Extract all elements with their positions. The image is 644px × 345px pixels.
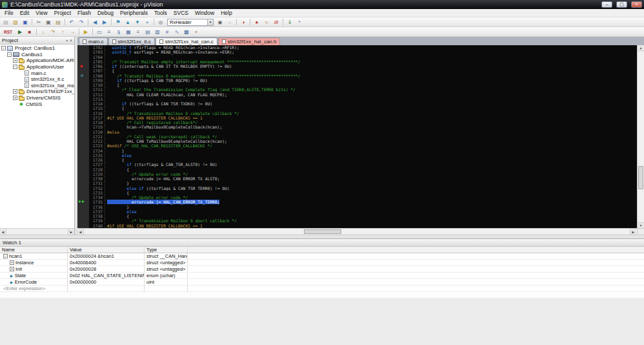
tab-stm32f1xx_hal_can.c[interactable]: stm32f1xx_hal_can.c: [156, 37, 217, 45]
code-text[interactable]: __HAL_CAN_CLEAR_FLAG(hcan, CAN_FLAG_RQCP…: [105, 92, 637, 97]
code-text[interactable]: }: [105, 205, 637, 209]
pin-icon[interactable]: ▪: [66, 38, 67, 43]
new-file-icon[interactable]: ▤: [1, 18, 10, 26]
code-text[interactable]: uint32_t rf1rflags = READ_REG(hcan->Inst…: [105, 45, 637, 50]
logic-analyzer-icon[interactable]: ∿: [172, 28, 181, 36]
watch-name-cell[interactable]: +Init: [0, 266, 68, 272]
gutter-margin[interactable]: [77, 143, 89, 148]
code-text[interactable]: {: [105, 106, 637, 110]
gutter-margin[interactable]: [77, 87, 89, 92]
menu-item-peripherals[interactable]: Peripherals: [117, 10, 151, 16]
code-text[interactable]: /* Call registered callback*/: [105, 120, 637, 125]
menu-item-svcs[interactable]: SVCS: [170, 10, 192, 16]
code-text[interactable]: {: [105, 191, 637, 195]
code-text[interactable]: hcan->TxMailbox0CompleteCallback(hcan);: [105, 125, 637, 129]
undo-icon[interactable]: ↶: [67, 18, 76, 26]
gutter-margin[interactable]: [77, 149, 89, 153]
code-text[interactable]: /* Transmission Mailbox 0 abort callback…: [105, 218, 637, 223]
code-text[interactable]: uint32_t esrflags = READ_REG(hcan->Insta…: [105, 50, 637, 54]
gutter-margin[interactable]: [77, 97, 89, 101]
gutter-margin[interactable]: [77, 186, 89, 191]
code-text[interactable]: #endif /* USE_HAL_CAN_REGISTER_CALLBACKS…: [105, 143, 637, 148]
expand-icon[interactable]: +: [13, 58, 17, 63]
copy-icon[interactable]: ▣: [44, 18, 53, 26]
gutter-margin[interactable]: [77, 224, 89, 228]
code-text[interactable]: /* Transmission Mailbox 0 complete callb…: [105, 111, 637, 116]
reset-button[interactable]: RST: [1, 28, 15, 36]
paste-icon[interactable]: ▤: [54, 18, 63, 26]
gutter-margin[interactable]: [77, 205, 89, 209]
tree-item[interactable]: −CanBus1: [0, 52, 74, 58]
gutter-margin[interactable]: [77, 134, 89, 139]
code-text[interactable]: if ((tsrflags & CAN_TSR_ALST0) != 0U): [105, 162, 637, 167]
gutter-margin[interactable]: [77, 214, 89, 218]
collapse-icon[interactable]: −: [13, 65, 17, 69]
code-text[interactable]: {: [105, 167, 637, 172]
menu-item-tools[interactable]: Tools: [151, 10, 170, 16]
cut-icon[interactable]: ✂: [34, 18, 43, 26]
code-text[interactable]: /* Update error code */: [105, 195, 637, 200]
tree-item[interactable]: ◆CMSIS: [0, 101, 74, 107]
previous-bookmark-icon[interactable]: ▲: [123, 18, 132, 26]
run-to-cursor-button[interactable]: →: [68, 28, 77, 36]
maximize-button[interactable]: ▢: [616, 1, 627, 8]
system-viewer-icon[interactable]: ▩: [182, 28, 191, 36]
watch-value-cell[interactable]: 0x02 HAL_CAN_STATE_LISTENING: [68, 273, 145, 278]
start-stop-debug-icon[interactable]: ◑: [239, 18, 248, 26]
watch-window-icon[interactable]: ▤: [143, 28, 152, 36]
incremental-find-icon[interactable]: ◌: [225, 18, 234, 26]
breakpoint-icon[interactable]: [80, 65, 83, 68]
call-stack-window-icon[interactable]: ≡: [134, 28, 143, 36]
scroll-down-icon[interactable]: ▼: [638, 222, 644, 228]
menu-item-file[interactable]: File: [1, 10, 17, 16]
gutter-margin[interactable]: [77, 158, 89, 162]
collapse-icon[interactable]: −: [3, 254, 8, 258]
code-text[interactable]: errorcode |= HAL_CAN_ERROR_TX_ALST0;: [105, 176, 637, 181]
gutter-margin[interactable]: [77, 167, 89, 172]
gutter-margin[interactable]: [77, 218, 89, 223]
code-text[interactable]: /* Clear the Transmission Complete flag …: [105, 87, 637, 92]
tree-item[interactable]: +Drivers/CMSIS: [0, 95, 74, 101]
kill-all-breakpoints-icon[interactable]: Ø: [272, 18, 281, 26]
gutter-margin[interactable]: [77, 125, 89, 129]
watch-row[interactable]: −hcan10x20000024 &hcan1struct __CAN_Hand…: [0, 253, 644, 260]
gutter-margin[interactable]: [77, 172, 89, 176]
collapse-icon[interactable]: −: [7, 52, 12, 57]
stop-button[interactable]: ■: [25, 28, 34, 36]
watch-column-header-value[interactable]: Value: [68, 247, 145, 253]
project-tree-hscrollbar[interactable]: ◀ ▶: [0, 228, 74, 235]
menu-item-window[interactable]: Window: [192, 10, 217, 16]
gutter-margin[interactable]: [77, 64, 89, 68]
target-options-icon[interactable]: *: [295, 18, 304, 26]
watch-row[interactable]: ◆State0x02 HAL_CAN_STATE_LISTENINGenum (…: [0, 273, 644, 279]
close-button[interactable]: ×: [631, 1, 642, 8]
tree-item[interactable]: stm32f1xx_hal_msp.c: [0, 83, 74, 89]
gutter-margin[interactable]: [77, 83, 89, 87]
gutter-margin[interactable]: [77, 74, 89, 78]
tree-item[interactable]: +Drivers/STM32F1xx_HAL_Driver: [0, 89, 74, 95]
tree-item[interactable]: −Application/User: [0, 64, 74, 70]
navigate-forward-icon[interactable]: ▶: [100, 18, 109, 26]
tree-item[interactable]: −Project: CanBus1: [0, 45, 74, 52]
code-text[interactable]: #else: [105, 130, 637, 134]
expand-icon[interactable]: +: [13, 89, 17, 94]
step-out-button[interactable]: ↑: [58, 28, 67, 36]
scroll-right-icon[interactable]: ▶: [630, 229, 636, 235]
code-text[interactable]: if ((interrupts & CAN_IT_TX_MAILBOX_EMPT…: [105, 64, 637, 68]
tab-stm32f1xx_hal_can.h[interactable]: stm32f1xx_hal_can.h: [218, 37, 281, 45]
expand-icon[interactable]: +: [10, 260, 14, 265]
insert-breakpoint-icon[interactable]: ●: [252, 18, 261, 26]
tree-item[interactable]: stm32f1xx_it.c: [0, 76, 74, 83]
gutter-margin[interactable]: [77, 191, 89, 195]
watch-name-cell[interactable]: ◆State: [0, 273, 68, 278]
watch-name-cell[interactable]: ◆ErrorCode: [0, 279, 68, 285]
code-text[interactable]: {: [105, 158, 637, 162]
minimize-button[interactable]: –: [601, 1, 612, 8]
expand-icon[interactable]: +: [10, 267, 14, 271]
code-text[interactable]: /* Transmit Mailbox 0 management *******…: [105, 74, 637, 78]
find-text-combo[interactable]: RxHeader▼: [167, 19, 214, 26]
scroll-right-icon[interactable]: ▶: [68, 229, 74, 235]
show-current-statement-icon[interactable]: ▶: [81, 28, 90, 36]
watch-value-cell[interactable]: 0x40006400: [68, 260, 145, 266]
menu-item-flash[interactable]: Flash: [74, 10, 94, 16]
